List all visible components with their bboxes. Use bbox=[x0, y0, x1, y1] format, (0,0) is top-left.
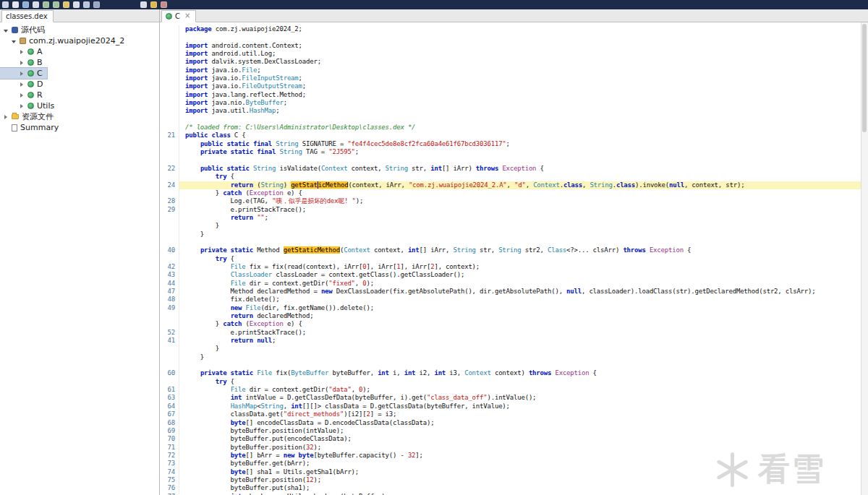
sidebar-tab-classes-dex[interactable]: classes.dex bbox=[1, 10, 54, 22]
code-line-text[interactable]: byteBuffer.position(32); bbox=[179, 444, 868, 452]
export-icon[interactable] bbox=[33, 1, 39, 8]
code-line-text[interactable]: Method declaredMethod = new DexClassLoad… bbox=[179, 288, 868, 296]
code-line-text[interactable] bbox=[179, 157, 868, 165]
code-line-text[interactable]: import java.io.FileOutputStream; bbox=[179, 82, 868, 90]
code-line-text[interactable]: private static final String TAG = "2J595… bbox=[179, 148, 868, 156]
tree-item-package-com-zj-wuaipojie2024-2[interactable]: com.zj.wuaipojie2024_2 bbox=[0, 35, 129, 46]
code-line-text[interactable]: public static String isValidate(Context … bbox=[179, 165, 868, 173]
code-line-text[interactable]: byteBuffer.put(encodeClassData); bbox=[179, 435, 868, 443]
code-line-text[interactable]: public static final String SIGNATURE = "… bbox=[179, 140, 868, 148]
code-line-text[interactable]: HashMap<String, int[][]> classData = D.g… bbox=[179, 403, 868, 410]
back-icon[interactable] bbox=[43, 1, 49, 8]
code-line-text[interactable]: e.printStackTrace(); bbox=[179, 206, 868, 214]
code-line-text[interactable]: new File(dir, fix.getName()).delete(); bbox=[179, 304, 868, 312]
tree-item-summary[interactable]: Summary bbox=[0, 122, 63, 133]
tree-item-class-a[interactable]: A bbox=[0, 46, 47, 57]
stop-icon[interactable] bbox=[161, 1, 167, 8]
chevron-right-icon[interactable] bbox=[19, 82, 25, 87]
search-icon[interactable] bbox=[73, 1, 80, 8]
code-line-text[interactable]: fix.delete(); bbox=[179, 296, 868, 304]
tree-item-class-c[interactable]: C bbox=[0, 68, 47, 79]
code-line-text[interactable] bbox=[179, 33, 868, 41]
chevron-down-icon[interactable] bbox=[11, 38, 17, 44]
line-number: 44 bbox=[160, 280, 179, 288]
code-line-text[interactable]: import java.nio.ByteBuffer; bbox=[179, 99, 868, 107]
open-file-icon[interactable] bbox=[12, 1, 19, 8]
editor-tab-c[interactable]: C × bbox=[161, 10, 196, 22]
chevron-right-icon[interactable] bbox=[19, 103, 25, 109]
code-line-text[interactable]: byteBuffer.position(12); bbox=[179, 476, 868, 484]
scrollbar-thumb[interactable] bbox=[862, 24, 867, 132]
code-token: , bbox=[507, 181, 514, 189]
code-line: 68 byte[] encodeClassData = D.encodeClas… bbox=[160, 419, 868, 427]
code-line-text[interactable] bbox=[179, 238, 868, 246]
code-token: ( bbox=[242, 189, 249, 197]
forward-icon[interactable] bbox=[53, 1, 59, 8]
code-line-text[interactable]: import java.io.FileInputStream; bbox=[179, 74, 868, 82]
code-line-text[interactable]: } catch (Exception e) { bbox=[179, 189, 868, 197]
code-line-text[interactable]: public class C { bbox=[179, 132, 868, 139]
chevron-down-icon[interactable] bbox=[3, 27, 9, 33]
settings-icon[interactable] bbox=[93, 1, 100, 8]
code-line-text[interactable]: import android.content.Context; bbox=[179, 42, 868, 50]
code-line-text[interactable]: private static Method getStaticMethod(Co… bbox=[179, 246, 868, 254]
refresh-icon[interactable] bbox=[63, 1, 69, 8]
tree-item-resources[interactable]: 资源文件 bbox=[0, 111, 58, 122]
chevron-right-icon[interactable] bbox=[19, 71, 25, 77]
code-line-text[interactable]: return (String) getStaticMethod(context,… bbox=[179, 181, 868, 189]
tree-item-class-utils[interactable]: Utils bbox=[0, 100, 59, 111]
tab-close-icon[interactable]: × bbox=[184, 12, 190, 20]
code-line-text[interactable]: try { bbox=[179, 378, 868, 386]
code-line-text[interactable]: try { bbox=[179, 173, 868, 181]
code-line-text[interactable]: File fix = fix(read(context), iArr[0], i… bbox=[179, 263, 868, 271]
code-line-text[interactable]: Log.e(TAG, "咦，似乎是损坏的dex呢! "); bbox=[179, 197, 868, 205]
code-line-text[interactable]: byte[] bArr = new byte[byteBuffer.capaci… bbox=[179, 452, 868, 460]
code-line-text[interactable]: } bbox=[179, 222, 868, 230]
code-line-text[interactable]: } bbox=[179, 353, 868, 361]
code-line-text[interactable] bbox=[179, 361, 868, 369]
code-line-text[interactable]: import java.lang.reflect.Method; bbox=[179, 91, 868, 99]
chevron-right-icon[interactable] bbox=[19, 92, 25, 98]
code-line-text[interactable]: File dir = context.getDir("data", 0); bbox=[179, 386, 868, 394]
code-line-text[interactable]: return null; bbox=[179, 337, 868, 345]
chevron-right-icon[interactable] bbox=[19, 49, 25, 55]
code-line-text[interactable]: return ""; bbox=[179, 214, 868, 222]
code-line-text[interactable]: int intValue = D.getClassDefData(byteBuf… bbox=[179, 394, 868, 402]
code-line-text[interactable]: /* loaded from: C:\Users\Administrator\D… bbox=[179, 124, 868, 132]
code-line-text[interactable]: byte[] encodeClassData = D.encodeClassDa… bbox=[179, 419, 868, 427]
code-line-text[interactable]: e.printStackTrace(); bbox=[179, 329, 868, 337]
code-line-text[interactable]: ClassLoader classLoader = context.getCla… bbox=[179, 271, 868, 279]
code-line-text[interactable]: import java.util.HashMap; bbox=[179, 107, 868, 115]
code-line-text[interactable]: private static File fix(ByteBuffer byteB… bbox=[179, 369, 868, 377]
code-line-text[interactable]: byte[] sha1 = Utils.getSha1(bArr); bbox=[179, 468, 868, 476]
code-line-text[interactable]: byteBuffer.get(bArr); bbox=[179, 460, 868, 468]
tree-item-class-d[interactable]: D bbox=[0, 79, 47, 90]
code-line-text[interactable]: } bbox=[179, 231, 868, 238]
tree-item-source-root[interactable]: 源代码 bbox=[0, 25, 49, 35]
code-token: byte bbox=[231, 452, 246, 459]
tree-item-class-r[interactable]: R bbox=[0, 90, 47, 100]
code-line-text[interactable]: } catch (Exception e) { bbox=[179, 320, 868, 328]
editor-scrollbar[interactable] bbox=[861, 22, 868, 495]
chevron-right-icon[interactable] bbox=[19, 60, 25, 66]
code-line-text[interactable]: import android.util.Log; bbox=[179, 50, 868, 58]
tree-item-class-b[interactable]: B bbox=[0, 57, 47, 68]
code-line-text[interactable]: byteBuffer.put(sha1); bbox=[179, 484, 868, 492]
window-control-icon[interactable] bbox=[2, 1, 9, 8]
code-line-text[interactable]: import java.io.File; bbox=[179, 66, 868, 74]
code-line-text[interactable]: package com.zj.wuaipojie2024_2; bbox=[179, 25, 868, 33]
code-line-text[interactable] bbox=[179, 116, 868, 124]
code-line-text[interactable]: import dalvik.system.DexClassLoader; bbox=[179, 58, 868, 66]
run-script-icon[interactable] bbox=[140, 1, 147, 8]
code-line-text[interactable]: byteBuffer.position(intValue); bbox=[179, 427, 868, 435]
chevron-right-icon[interactable] bbox=[3, 114, 9, 120]
code-line-text[interactable]: try { bbox=[179, 255, 868, 263]
debug-icon[interactable] bbox=[150, 1, 157, 8]
code-line-text[interactable]: return declaredMethod; bbox=[179, 312, 868, 320]
code-line-text[interactable]: File dir = context.getDir("fixed", 0); bbox=[179, 280, 868, 288]
code-line-text[interactable]: classData.get("direct_methods")[i2][2] =… bbox=[179, 410, 868, 418]
save-icon[interactable] bbox=[22, 1, 29, 8]
tools-icon[interactable] bbox=[83, 1, 90, 8]
code-line-text[interactable]: int checksum = Utils.checksum(byteBuffer… bbox=[179, 493, 868, 495]
code-line-text[interactable]: } bbox=[179, 345, 868, 353]
